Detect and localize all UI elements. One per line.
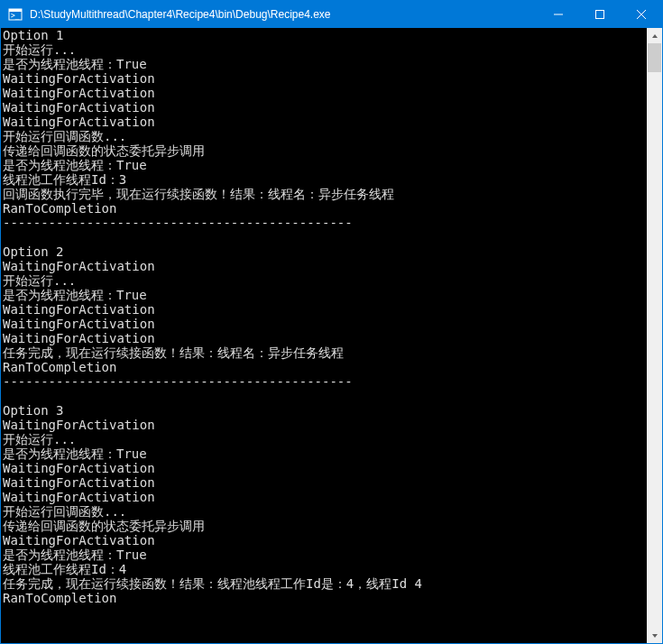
scroll-thumb[interactable]: [648, 43, 661, 72]
svg-rect-4: [596, 11, 604, 19]
scroll-up-button[interactable]: [647, 28, 662, 43]
scroll-down-button[interactable]: [647, 628, 662, 643]
titlebar[interactable]: >_ D:\StudyMultithread\Chapter4\Recipe4\…: [1, 1, 662, 28]
minimize-button[interactable]: [538, 1, 579, 28]
content-area: Option 1 开始运行... 是否为线程池线程：True WaitingFo…: [1, 28, 662, 643]
svg-marker-8: [652, 634, 658, 638]
window-title: D:\StudyMultithread\Chapter4\Recipe4\bin…: [28, 8, 538, 21]
window-controls: [538, 1, 662, 28]
svg-marker-7: [652, 34, 658, 38]
close-button[interactable]: [621, 1, 662, 28]
scroll-track[interactable]: [647, 43, 662, 628]
svg-text:>_: >_: [11, 12, 20, 20]
console-output: Option 1 开始运行... 是否为线程池线程：True WaitingFo…: [1, 28, 647, 643]
app-icon: >_: [8, 7, 23, 22]
maximize-button[interactable]: [579, 1, 621, 28]
console-window: >_ D:\StudyMultithread\Chapter4\Recipe4\…: [1, 1, 662, 643]
vertical-scrollbar[interactable]: [647, 28, 662, 643]
